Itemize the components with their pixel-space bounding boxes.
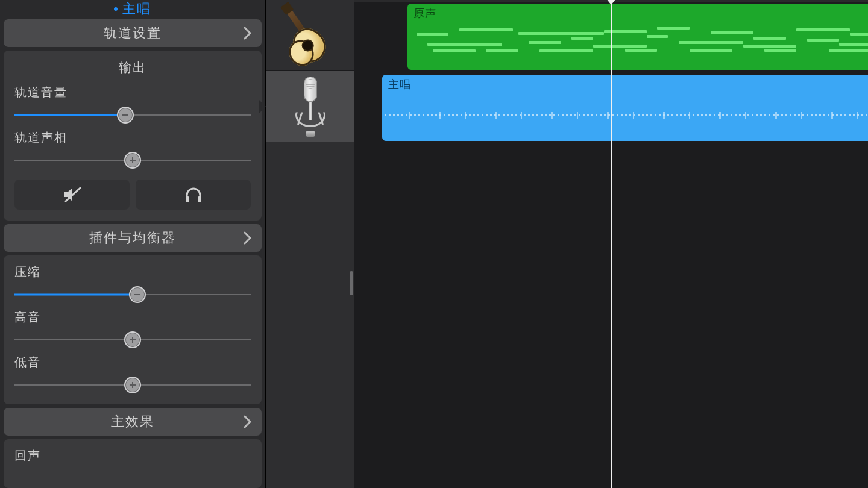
mute-button[interactable] [14, 180, 130, 210]
selected-track-pointer-icon [259, 99, 266, 114]
chevron-right-icon [244, 415, 252, 428]
track-header-vocal[interactable] [266, 71, 354, 142]
audio-waveform-preview [385, 114, 868, 116]
selected-track-header: 主唱 [4, 2, 262, 16]
acoustic-guitar-icon [283, 8, 338, 63]
bass-slider[interactable] [14, 377, 251, 393]
slider-fill [14, 114, 125, 116]
condenser-mic-icon [289, 77, 332, 137]
track-pan-slider[interactable] [14, 152, 251, 169]
master-fx-title: 主效果 [111, 413, 154, 431]
bass-label: 低音 [14, 354, 251, 371]
slider-fill [14, 294, 137, 296]
compression-slider[interactable] [14, 286, 251, 303]
echo-label: 回声 [14, 448, 251, 464]
bass-block: 低音 [14, 354, 251, 393]
midi-region-acoustic[interactable]: 原声 [407, 4, 868, 70]
playhead[interactable] [611, 0, 612, 488]
slider-knob[interactable] [129, 286, 146, 303]
echo-block: 回声 [14, 448, 251, 464]
plugins-eq-section: 压缩 高音 低音 [4, 255, 262, 404]
vertical-scroll-indicator[interactable] [350, 271, 353, 295]
track-volume-block: 轨道音量 [14, 84, 251, 124]
track-settings-title: 轨道设置 [104, 24, 162, 42]
output-section: 输出 轨道音量 轨道声相 [4, 51, 262, 221]
track-volume-slider[interactable] [14, 107, 251, 124]
track-settings-header[interactable]: 轨道设置 [4, 19, 262, 47]
plugins-eq-title: 插件与均衡器 [89, 229, 176, 247]
svg-rect-1 [186, 196, 189, 202]
treble-label: 高音 [14, 309, 251, 325]
master-fx-section: 回声 [4, 439, 262, 488]
treble-block: 高音 [14, 309, 251, 348]
inspector-panel: 主唱 轨道设置 输出 轨道音量 轨道声相 [0, 0, 265, 488]
track-pan-block: 轨道声相 [14, 130, 251, 169]
track-headers-column [265, 0, 354, 488]
midi-region-name: 原声 [414, 6, 436, 20]
audio-region-name: 主唱 [388, 77, 411, 92]
audio-region-vocal[interactable]: 主唱 [382, 75, 868, 141]
plugins-eq-header[interactable]: 插件与均衡器 [4, 224, 262, 252]
slider-knob[interactable] [117, 107, 134, 124]
chevron-right-icon [244, 27, 252, 40]
arrange-area[interactable]: 原声 [354, 0, 868, 488]
treble-slider[interactable] [14, 331, 251, 348]
solo-headphones-button[interactable] [136, 180, 251, 210]
slider-knob[interactable] [124, 377, 141, 393]
chevron-right-icon [244, 231, 252, 245]
master-fx-header[interactable]: 主效果 [4, 408, 262, 436]
mute-icon [62, 186, 83, 204]
slider-knob[interactable] [124, 331, 141, 348]
svg-rect-2 [198, 196, 201, 202]
output-title: 输出 [14, 59, 251, 78]
track-header-acoustic[interactable] [266, 0, 354, 71]
track-pan-label: 轨道声相 [14, 130, 251, 146]
output-buttons [14, 180, 251, 210]
track-volume-label: 轨道音量 [14, 84, 251, 101]
selected-track-name: 主唱 [122, 0, 151, 18]
headphones-icon [183, 186, 204, 204]
slider-knob[interactable] [124, 152, 141, 169]
record-enabled-dot-icon [114, 7, 118, 11]
midi-notes-preview [411, 24, 868, 66]
compression-label: 压缩 [14, 264, 251, 280]
compression-block: 压缩 [14, 264, 251, 303]
